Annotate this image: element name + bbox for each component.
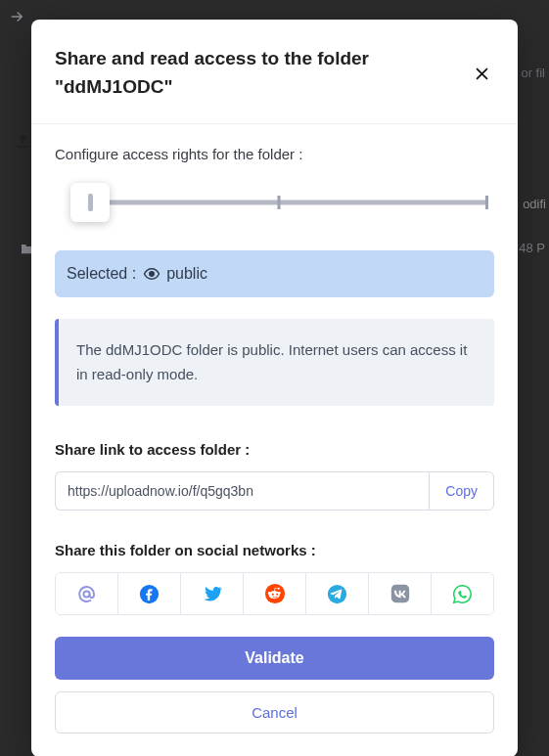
- cancel-button[interactable]: Cancel: [55, 691, 494, 734]
- bg-text-2: odifi: [523, 197, 546, 211]
- close-button[interactable]: [470, 62, 494, 86]
- bg-text-1: or fil: [521, 66, 545, 80]
- slider-track: [72, 200, 488, 204]
- share-link-label: Share link to access folder :: [55, 441, 494, 458]
- slider-tick-end: [485, 196, 488, 209]
- reddit-icon: [264, 583, 286, 604]
- eye-icon: [143, 265, 160, 283]
- share-vk-button[interactable]: [369, 573, 432, 614]
- configure-label: Configure access rights for the folder :: [55, 146, 494, 162]
- share-telegram-button[interactable]: [306, 573, 369, 614]
- twitter-icon: [202, 583, 223, 604]
- svg-point-0: [150, 272, 155, 277]
- share-whatsapp-button[interactable]: [432, 573, 493, 614]
- slider-tick-middle: [277, 196, 280, 209]
- social-buttons: [55, 572, 494, 615]
- share-email-button[interactable]: [56, 573, 118, 614]
- modal-header: Share and read access to the folder "ddM…: [31, 20, 518, 124]
- modal-title: Share and read access to the folder "ddM…: [55, 44, 427, 102]
- vk-icon: [389, 583, 411, 604]
- share-access-modal: Share and read access to the folder "ddM…: [31, 20, 518, 756]
- share-facebook-button[interactable]: [118, 573, 181, 614]
- social-label: Share this folder on social networks :: [55, 542, 494, 558]
- whatsapp-icon: [452, 584, 473, 604]
- slider-handle[interactable]: [70, 183, 110, 222]
- bg-text-3: 48 P: [519, 241, 545, 255]
- telegram-icon: [327, 584, 347, 604]
- at-sign-icon: [76, 584, 97, 604]
- selected-banner: Selected : public: [55, 250, 494, 297]
- selected-prefix: Selected :: [67, 265, 136, 283]
- share-link-row: Copy: [55, 471, 494, 511]
- info-box: The ddMJ1ODC folder is public. Internet …: [55, 319, 494, 407]
- copy-button[interactable]: Copy: [429, 471, 494, 511]
- selected-value: public: [166, 265, 207, 283]
- close-icon: [474, 66, 490, 82]
- share-twitter-button[interactable]: [181, 573, 244, 614]
- access-slider[interactable]: [55, 182, 494, 223]
- validate-button[interactable]: Validate: [55, 637, 494, 680]
- slider-handle-grip-icon: [88, 194, 93, 211]
- share-link-input[interactable]: [55, 471, 429, 511]
- facebook-icon: [139, 584, 160, 604]
- share-reddit-button[interactable]: [244, 573, 306, 614]
